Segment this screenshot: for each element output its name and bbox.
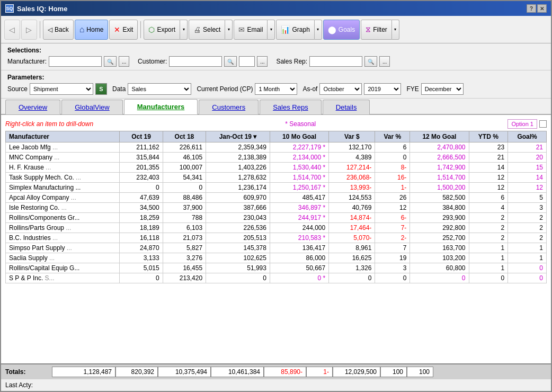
salesrep-input[interactable] — [309, 56, 362, 67]
year-select[interactable]: 2019 — [364, 83, 401, 95]
email-label: Email — [247, 26, 263, 33]
manufacturer-input[interactable] — [49, 56, 102, 67]
cell-oct18: 46,105 — [163, 153, 206, 163]
tab-manufacturers[interactable]: Manufacturers — [124, 99, 198, 114]
table-row[interactable]: Simplex Manufacturing ... 0 0 1,236,174 … — [6, 183, 547, 193]
table-row[interactable]: Rollins/Components Gr... 18,259 788 230,… — [6, 213, 547, 223]
back-next-button[interactable]: ▷ — [21, 20, 37, 40]
customer-input[interactable] — [169, 56, 222, 67]
back-button[interactable]: ◁ Back — [43, 20, 74, 40]
table-row[interactable]: Lee Jacob Mfg ... 211,162 226,611 2,359,… — [6, 142, 547, 153]
customer-search-btn[interactable]: 🔍 — [224, 56, 237, 67]
table-container[interactable]: Manufacturer Oct 19 Oct 18 Jan-Oct 19 ▾ … — [5, 131, 547, 359]
option-button[interactable]: Option 1 — [508, 119, 537, 129]
customer-more-btn[interactable]: ... — [257, 56, 268, 67]
cell-name: Rollins/Components Gr... — [6, 213, 120, 223]
table-row[interactable]: H. F. Krause ... 201,355 100,007 1,403,2… — [6, 163, 547, 173]
cell-goal12mo: 293,900 — [410, 213, 469, 223]
email-button[interactable]: ✉ Email — [234, 20, 268, 40]
data-label: Data — [112, 85, 126, 93]
cell-ytdpct: 2 — [469, 233, 508, 243]
home-button[interactable]: ⌂ Home — [75, 20, 109, 40]
filter-dropdown[interactable]: ▾ — [392, 20, 399, 40]
selections-bar: Selections: Manufacturer: 🔍 ... Customer… — [1, 43, 551, 70]
table-row[interactable]: Isle Restoring Co. ... 34,500 37,900 387… — [6, 203, 547, 213]
cell-oct18: 5,827 — [163, 243, 206, 253]
asof-select[interactable]: October — [319, 83, 362, 95]
select-button[interactable]: 🖨 Select — [189, 20, 225, 40]
cell-name: Rollins/Parts Group ... — [6, 223, 120, 233]
cell-vars: 13,993- — [329, 183, 375, 193]
cell-oct19: 24,870 — [120, 243, 163, 253]
manufacturer-search-btn[interactable]: 🔍 — [104, 56, 117, 67]
salesrep-search-btn[interactable]: 🔍 — [364, 56, 377, 67]
cell-goalpct: 2 — [508, 213, 547, 223]
cell-janoct19: 205,513 — [206, 233, 270, 243]
cell-oct19: 18,189 — [120, 223, 163, 233]
salesrep-label: Sales Rep: — [276, 58, 307, 65]
cell-goalpct: 3 — [508, 203, 547, 213]
source-select[interactable]: Shipment — [30, 83, 93, 95]
export-dropdown[interactable]: ▾ — [180, 20, 188, 40]
cp-select[interactable]: 1 Month — [255, 83, 297, 95]
table-row[interactable]: Rollins/Capital Equip G... 5,015 16,455 … — [6, 263, 547, 273]
selections-row: Manufacturer: 🔍 ... Customer: 🔍 ... Sale… — [7, 56, 545, 67]
col-header-manufacturer: Manufacturer — [6, 131, 120, 142]
table-row[interactable]: Simpso Part Supply ... 24,870 5,827 145,… — [6, 243, 547, 253]
table-row[interactable]: Rollins/Parts Group ... 18,189 6,103 226… — [6, 223, 547, 233]
manufacturer-more-btn[interactable]: ... — [119, 56, 129, 67]
filter-button[interactable]: ⧖ Filter — [361, 20, 392, 40]
col-header-vars: Var $ — [329, 131, 375, 142]
source-s-btn[interactable]: S — [95, 83, 107, 95]
cell-name: Simpso Part Supply ... — [6, 243, 120, 253]
data-select[interactable]: Sales — [128, 83, 191, 95]
tab-salesreps[interactable]: Sales Reps — [260, 100, 321, 114]
cell-ytdpct: 21 — [469, 153, 508, 163]
customer-label: Customer: — [138, 58, 167, 65]
exit-button[interactable]: ✕ Exit — [109, 20, 138, 40]
help-button[interactable]: ? — [527, 4, 536, 13]
manufacturers-table: Manufacturer Oct 19 Oct 18 Jan-Oct 19 ▾ … — [5, 131, 547, 283]
totals-ytdpct: 100 — [380, 367, 407, 377]
option-checkbox[interactable] — [539, 120, 547, 128]
table-row[interactable]: Task Supply Mech. Co. ... 232,403 54,341… — [6, 173, 547, 183]
close-button[interactable]: ✕ — [537, 4, 547, 13]
salesrep-more-btn[interactable]: ... — [379, 56, 390, 67]
table-row[interactable]: MNC Company ... 315,844 46,105 2,138,389… — [6, 153, 547, 163]
customer-input2[interactable] — [239, 56, 255, 67]
goals-button[interactable]: ⬤ Goals — [323, 20, 360, 40]
tab-globalview[interactable]: GlobalView — [61, 100, 123, 114]
table-header-row: Manufacturer Oct 19 Oct 18 Jan-Oct 19 ▾ … — [6, 131, 547, 142]
table-row[interactable]: Saclia Supply ... 3,133 3,276 102,625 86… — [6, 253, 547, 263]
cell-goal12mo: 2,470,800 — [410, 142, 469, 153]
cell-varpct: 7 — [375, 243, 410, 253]
cell-oct19: 34,500 — [120, 203, 163, 213]
tab-customers[interactable]: Customers — [199, 100, 259, 114]
cell-janoct19: 1,236,174 — [206, 183, 270, 193]
back-prev-button[interactable]: ◁ — [4, 20, 20, 40]
table-row[interactable]: Apcal Alloy Company ... 47,639 88,486 60… — [6, 193, 547, 203]
cell-oct18: 213,420 — [163, 273, 206, 283]
graph-dropdown[interactable]: ▾ — [315, 20, 322, 40]
totals-cells: 1,128,487 820,392 10,375,494 10,461,384 … — [52, 367, 547, 377]
cell-goal12mo: 60,800 — [410, 263, 469, 273]
tab-overview[interactable]: Overview — [5, 100, 60, 114]
cell-janoct19: 609,970 — [206, 193, 270, 203]
table-row[interactable]: S P & P Inc. S... 0 213,420 0 0 * 0 0 0 … — [6, 273, 547, 283]
select-dropdown[interactable]: ▾ — [225, 20, 233, 40]
email-dropdown[interactable]: ▾ — [268, 20, 275, 40]
cell-oct19: 0 — [120, 183, 163, 193]
table-row[interactable]: B.C. Industries ... 16,118 21,073 205,51… — [6, 233, 547, 243]
fye-select[interactable]: December — [421, 83, 464, 95]
cell-varpct: 7- — [375, 223, 410, 233]
tab-details[interactable]: Details — [323, 100, 370, 114]
graph-button[interactable]: 📊 Graph — [276, 20, 314, 40]
cell-vars: 17,464- — [329, 223, 375, 233]
export-button[interactable]: ⬡ Export — [144, 20, 180, 40]
cell-name: Simplex Manufacturing ... — [6, 183, 120, 193]
title-bar: SQ Sales IQ: Home ? ✕ — [1, 1, 551, 16]
cell-oct19: 211,162 — [120, 142, 163, 153]
cell-goalpct: 5 — [508, 193, 547, 203]
cell-goal12mo: 1,500,200 — [410, 183, 469, 193]
tabs-bar: Overview GlobalView Manufacturers Custom… — [1, 99, 551, 115]
